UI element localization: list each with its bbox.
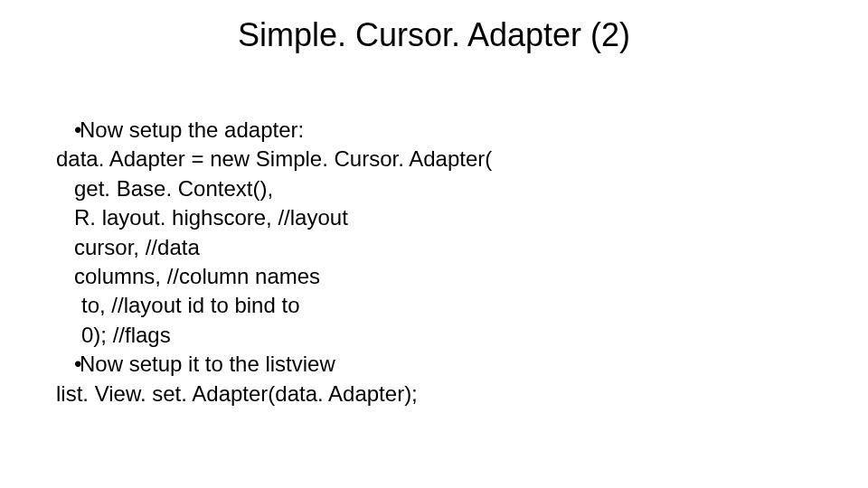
slide-title: Simple. Cursor. Adapter (2) — [0, 16, 868, 54]
code-line: 0); //flags — [56, 321, 797, 350]
code-line: get. Base. Context(), — [56, 174, 797, 203]
bullet-text: Now setup the adapter: — [80, 116, 797, 145]
bullet-item: • Now setup the adapter: — [56, 116, 797, 145]
code-line: to, //layout id to bind to — [56, 291, 797, 320]
bullet-text: Now setup it to the listview — [80, 350, 797, 379]
bullet-dot-icon: • — [56, 350, 80, 379]
bullet-dot-icon: • — [56, 116, 80, 145]
slide-body: • Now setup the adapter: data. Adapter =… — [56, 116, 797, 408]
slide: Simple. Cursor. Adapter (2) • Now setup … — [0, 0, 868, 488]
code-line: cursor, //data — [56, 233, 797, 262]
code-line: list. View. set. Adapter(data. Adapter); — [56, 380, 797, 408]
bullet-item: • Now setup it to the listview — [56, 350, 797, 379]
code-line: R. layout. highscore, //layout — [56, 203, 797, 232]
code-line: data. Adapter = new Simple. Cursor. Adap… — [56, 145, 797, 174]
code-line: columns, //column names — [56, 262, 797, 291]
